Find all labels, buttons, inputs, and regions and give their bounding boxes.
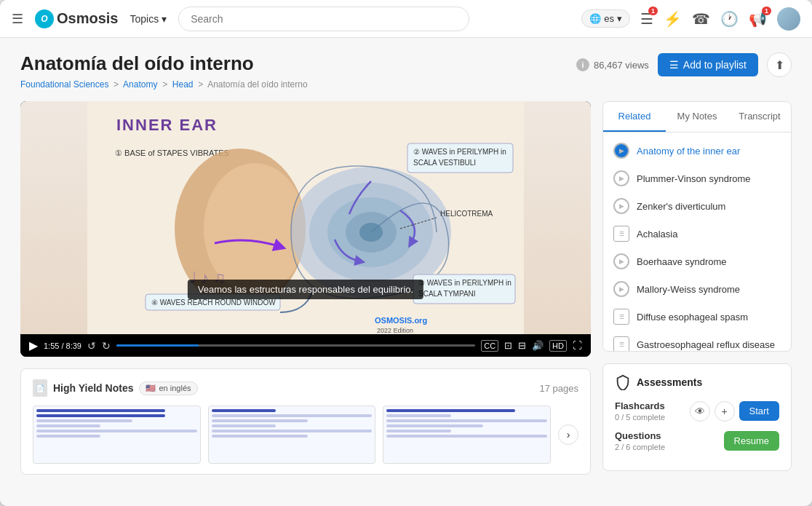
note-thumb-3[interactable] — [383, 406, 551, 464]
questions-info: Questions 2 / 6 complete — [615, 430, 665, 451]
search-input[interactable] — [178, 7, 469, 31]
notes-lang-badge: 🇺🇸 en inglés — [139, 382, 197, 395]
related-item[interactable]: ▶Mallory-Weiss syndrome — [603, 275, 791, 303]
pages-count: 17 pages — [540, 383, 579, 394]
main-area: Anatomía del oído interno Foundational S… — [0, 38, 812, 506]
related-item[interactable]: ▶Anatomy of the inner ear — [603, 137, 791, 165]
thumb-line — [386, 430, 450, 432]
language-button[interactable]: 🌐 es ▾ — [581, 9, 630, 28]
thumb-line — [212, 419, 308, 422]
video-controls: ▶ 1:55 / 8:39 ↺ ↻ CC ⊡ ⊟ 🔊 — [20, 334, 591, 357]
share-icon: ⬆ — [775, 58, 784, 72]
svg-text:HELICOTREMA: HELICOTREMA — [440, 210, 493, 218]
breadcrumb: Foundational Sciences > Anatomy > Head >… — [20, 79, 308, 90]
bell-icon-btn[interactable]: 📢 1 — [749, 10, 767, 28]
related-item[interactable]: ☰Achalasia — [603, 220, 791, 248]
hd-icon[interactable]: HD — [549, 340, 567, 352]
list-badge: 1 — [648, 7, 658, 15]
video-player[interactable]: INNER EAR ① BASE of STAPES VIBRATES — [20, 101, 591, 357]
content-area: Anatomía del oído interno Foundational S… — [0, 38, 812, 506]
progress-bar[interactable] — [116, 344, 475, 347]
phone-icon-btn[interactable]: ☎ — [692, 10, 710, 28]
globe-icon: 🌐 — [589, 13, 601, 24]
bolt-icon: ⚡ — [664, 11, 682, 27]
bell-badge: 1 — [762, 7, 771, 15]
flashcards-info: Flashcards 0 / 5 complete — [615, 400, 665, 422]
related-item-label: Zenker's diverticulum — [637, 201, 725, 212]
forward-button[interactable]: ↻ — [102, 340, 111, 352]
related-item-label: Plummer-Vinson syndrome — [637, 173, 751, 184]
thumb-line — [386, 414, 450, 417]
thumb-line — [36, 419, 132, 422]
note-thumb-1[interactable] — [33, 406, 201, 464]
flashcards-actions: 👁 + Start — [690, 401, 779, 422]
doc-icon: ☰ — [613, 226, 629, 242]
note-thumb-2[interactable] — [208, 406, 376, 464]
logo-text: Osmosis — [57, 10, 118, 27]
play-icon: ▶ — [613, 198, 629, 214]
related-item[interactable]: ▶Zenker's diverticulum — [603, 192, 791, 220]
topics-button[interactable]: Topics ▾ — [130, 13, 167, 25]
topbar-right: 🌐 es ▾ ☰ 1 ⚡ ☎ 🕐 📢 1 — [581, 7, 800, 31]
related-item[interactable]: ▶Boerhaave syndrome — [603, 248, 791, 275]
breadcrumb-foundational[interactable]: Foundational Sciences — [20, 79, 108, 90]
notes-doc-icon: 📄 — [33, 379, 47, 397]
thumb-line — [36, 424, 100, 427]
video-thumbnail: INNER EAR ① BASE of STAPES VIBRATES — [20, 101, 591, 334]
svg-text:SCALA VESTIBULI: SCALA VESTIBULI — [413, 159, 476, 167]
add-button[interactable]: + — [715, 401, 735, 422]
topbar: ☰ O Osmosis Topics ▾ 🌐 es ▾ ☰ 1 ⚡ ☎ — [0, 0, 812, 38]
thumb-line — [212, 414, 373, 417]
lang-label: en inglés — [159, 384, 191, 392]
play-button[interactable]: ▶ — [29, 339, 38, 352]
flashcards-label: Flashcards — [615, 400, 665, 411]
play-icon: ▶ — [613, 143, 629, 159]
flashcards-row: Flashcards 0 / 5 complete 👁 + Start — [615, 400, 779, 422]
logo[interactable]: O Osmosis — [35, 9, 118, 28]
layout-icon[interactable]: ⊟ — [518, 340, 526, 351]
add-to-playlist-button[interactable]: ☰ Add to playlist — [658, 53, 758, 76]
tab-my-notes[interactable]: My Notes — [666, 102, 728, 132]
related-item[interactable]: ▶Plummer-Vinson syndrome — [603, 165, 791, 192]
doc-icon: ☰ — [613, 309, 629, 325]
related-item-label: Diffuse esophageal spasm — [637, 312, 748, 323]
subtitle-overlay: Veamos las estructuras responsables del … — [188, 280, 423, 299]
breadcrumb-current: Anatomía del oído interno — [207, 79, 307, 90]
next-notes-button[interactable]: › — [558, 424, 578, 445]
header-left: Anatomía del oído interno Foundational S… — [20, 52, 308, 90]
lang-chevron-icon: ▾ — [617, 13, 622, 24]
screen-icon[interactable]: ⊡ — [504, 340, 512, 351]
subtitle-icon[interactable]: CC — [481, 340, 498, 352]
high-yield-notes-card: 📄 High Yield Notes 🇺🇸 en inglés 17 pages — [20, 368, 591, 475]
svg-text:④ WAVES REACH ROUND WINDOW: ④ WAVES REACH ROUND WINDOW — [151, 299, 276, 307]
resume-button[interactable]: Resume — [724, 431, 779, 451]
share-button[interactable]: ⬆ — [767, 52, 792, 77]
clock-icon-btn[interactable]: 🕐 — [720, 10, 739, 28]
volume-icon[interactable]: 🔊 — [532, 340, 544, 351]
related-item[interactable]: ☰Gastroesophageal reflux disease — [603, 331, 791, 351]
playlist-icon-btn[interactable]: ☰ 1 — [640, 10, 653, 28]
breadcrumb-head[interactable]: Head — [172, 79, 194, 90]
related-item[interactable]: ☰Diffuse esophageal spasm — [603, 303, 791, 331]
left-column: INNER EAR ① BASE of STAPES VIBRATES — [20, 101, 591, 491]
svg-text:INNER EAR: INNER EAR — [116, 116, 218, 134]
hamburger-icon[interactable]: ☰ — [12, 11, 23, 27]
thumb-line — [36, 435, 100, 438]
phone-icon: ☎ — [692, 11, 710, 27]
avatar[interactable] — [777, 7, 800, 31]
svg-text:2022 Edition: 2022 Edition — [377, 327, 413, 334]
breadcrumb-anatomy[interactable]: Anatomy — [123, 79, 157, 90]
start-button[interactable]: Start — [739, 401, 779, 421]
tab-related[interactable]: Related — [603, 102, 666, 132]
eye-button[interactable]: 👁 — [690, 401, 710, 422]
rewind-button[interactable]: ↺ — [87, 340, 96, 352]
related-item-label: Achalasia — [637, 229, 677, 240]
thumb-line — [36, 409, 165, 412]
fullscreen-icon[interactable]: ⛶ — [573, 340, 582, 351]
thumb-line — [36, 414, 165, 417]
bolt-icon-btn[interactable]: ⚡ — [664, 10, 682, 28]
tab-transcript[interactable]: Transcript — [728, 102, 791, 132]
topics-label: Topics — [130, 13, 159, 25]
clock-icon: 🕐 — [720, 11, 739, 27]
thumb-line — [36, 430, 197, 432]
